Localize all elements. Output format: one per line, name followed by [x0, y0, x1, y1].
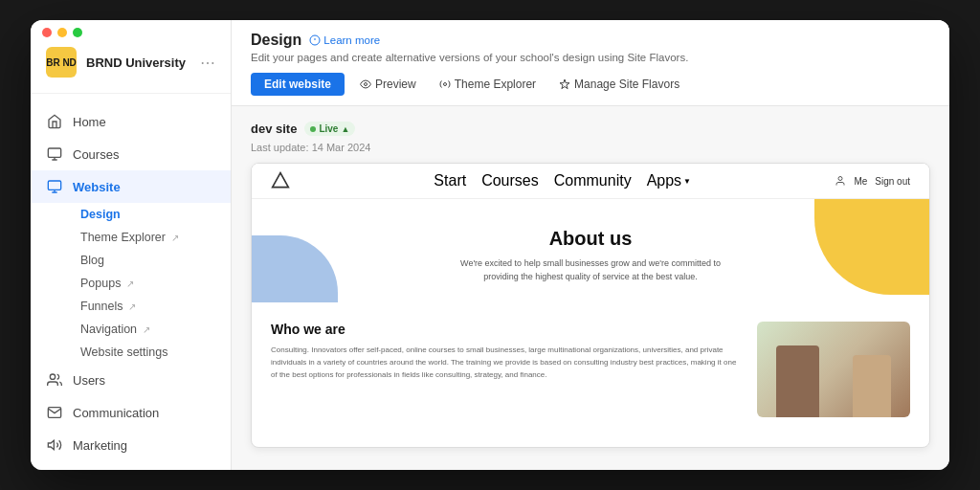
sub-nav-website-settings[interactable]: Website settings	[73, 341, 231, 364]
last-update-date: 14 Mar 2024	[312, 142, 371, 153]
main-content: Design Learn more Edit your pages and cr…	[232, 20, 949, 470]
svg-point-16	[443, 83, 446, 86]
sub-nav-design[interactable]: Design	[73, 203, 231, 226]
sub-nav-design-label: Design	[80, 208, 121, 221]
sidebar-nav: Home Courses Website Design	[31, 101, 231, 470]
reports-icon	[46, 469, 63, 470]
preview-area: dev site Live ▲ Last update: 14 Mar 2024	[232, 106, 949, 470]
sidebar-item-courses-label: Courses	[73, 147, 119, 162]
hero-desc: We're excited to help small businesses g…	[447, 257, 734, 283]
sidebar-item-users[interactable]: Users	[31, 364, 231, 396]
external-link-icon-4: ↗	[143, 324, 150, 335]
svg-marker-6	[48, 440, 54, 449]
svg-rect-3	[48, 181, 60, 189]
learn-more-text: Learn more	[323, 34, 380, 46]
sub-nav-popups-label: Popups	[80, 277, 121, 290]
mockup-nav-signout: Sign out	[875, 176, 910, 187]
hero-title: About us	[271, 228, 910, 250]
sidebar-item-website[interactable]: Website	[31, 170, 231, 203]
sidebar-header: BR ND BRND University ⋯	[31, 47, 231, 94]
live-arrow: ▲	[341, 124, 349, 134]
live-status: Live	[319, 123, 338, 134]
external-link-icon: ↗	[171, 233, 179, 243]
account-icon	[835, 175, 846, 187]
sub-nav-popups[interactable]: Popups ↗	[73, 272, 231, 295]
live-dot	[310, 126, 316, 132]
website-icon	[46, 178, 63, 195]
section-body: Consulting. Innovators offer self-paced,…	[271, 345, 742, 381]
mockup-hero: About us We're excited to help small bus…	[252, 199, 929, 302]
svg-point-15	[365, 83, 368, 86]
sub-nav-funnels[interactable]: Funnels ↗	[73, 295, 231, 318]
website-sub-nav: Design Theme Explorer ↗ Blog Popups ↗ Fu…	[31, 203, 231, 364]
svg-point-18	[838, 177, 842, 181]
logo-text: BR ND	[46, 57, 77, 68]
sub-nav-blog-label: Blog	[80, 254, 104, 267]
header-description: Edit your pages and create alternative v…	[251, 52, 930, 63]
sidebar-item-website-label: Website	[73, 180, 121, 194]
svg-rect-0	[48, 148, 60, 157]
preview-button[interactable]: Preview	[352, 73, 424, 96]
sub-nav-blog[interactable]: Blog	[73, 249, 231, 272]
learn-more-link[interactable]: Learn more	[309, 34, 380, 46]
sub-nav-website-settings-label: Website settings	[80, 345, 167, 359]
theme-explorer-label: Theme Explorer	[455, 78, 536, 91]
communication-icon	[46, 404, 63, 421]
close-button[interactable]	[42, 28, 52, 37]
external-link-icon-2: ↗	[126, 278, 134, 289]
mockup-section: Who we are Consulting. Innovators offer …	[252, 302, 929, 436]
sidebar-item-courses[interactable]: Courses	[31, 138, 231, 170]
last-update-label: Last update:	[251, 142, 309, 153]
person-silhouette-right	[853, 355, 891, 417]
main-header: Design Learn more Edit your pages and cr…	[232, 20, 949, 106]
sub-nav-funnels-label: Funnels	[80, 300, 122, 313]
traffic-lights	[42, 28, 82, 37]
mockup-logo-icon	[271, 171, 290, 190]
mockup-nav-right: Me Sign out	[835, 175, 910, 187]
section-text: Who we are Consulting. Innovators offer …	[271, 322, 742, 381]
sidebar: BR ND BRND University ⋯ Home Courses	[31, 20, 232, 470]
site-name: dev site	[251, 122, 297, 136]
edit-website-button[interactable]: Edit website	[251, 73, 345, 96]
svg-marker-17	[273, 173, 289, 188]
users-icon	[46, 371, 63, 389]
sub-nav-theme-explorer[interactable]: Theme Explorer ↗	[73, 226, 231, 249]
mockup-nav: Start Courses Community Apps ▼ Me Sign o…	[252, 164, 929, 199]
site-info-bar: dev site Live ▲	[251, 122, 930, 136]
last-update: Last update: 14 Mar 2024	[251, 142, 930, 153]
preview-label: Preview	[375, 78, 416, 91]
sidebar-item-marketing[interactable]: Marketing	[31, 429, 231, 461]
maximize-button[interactable]	[73, 28, 82, 37]
sub-nav-theme-explorer-label: Theme Explorer	[80, 231, 166, 244]
section-image	[757, 322, 910, 417]
home-icon	[46, 113, 63, 130]
sidebar-item-home-label: Home	[73, 115, 106, 129]
page-title: Design	[251, 32, 301, 49]
mockup-nav-me: Me	[854, 176, 867, 187]
header-title-row: Design Learn more	[251, 32, 930, 49]
more-options-icon[interactable]: ⋯	[200, 54, 215, 72]
live-badge: Live ▲	[304, 122, 355, 136]
sidebar-item-communication[interactable]: Communication	[31, 396, 231, 429]
brand-name: BRND University	[86, 56, 186, 70]
screen: BR ND BRND University ⋯ Home Courses	[31, 20, 949, 470]
header-actions: Edit website Preview Theme Explorer Mana…	[251, 73, 930, 96]
minimize-button[interactable]	[57, 28, 67, 37]
mockup-nav-apps: Apps ▼	[647, 172, 691, 189]
sub-nav-navigation[interactable]: Navigation ↗	[73, 318, 231, 341]
marketing-icon	[46, 436, 63, 454]
sidebar-item-communication-label: Communication	[73, 406, 159, 420]
svg-point-5	[50, 374, 55, 379]
sidebar-item-users-label: Users	[73, 373, 105, 388]
sub-nav-navigation-label: Navigation	[80, 323, 137, 336]
mockup-nav-community: Community	[554, 172, 632, 189]
sidebar-item-reports[interactable]: Reports	[31, 461, 231, 470]
courses-icon	[46, 145, 63, 163]
mockup-nav-start: Start	[434, 172, 466, 189]
mockup-nav-links: Start Courses Community Apps ▼	[434, 172, 691, 189]
external-link-icon-3: ↗	[128, 301, 136, 312]
logo-box: BR ND	[46, 47, 77, 78]
theme-explorer-button[interactable]: Theme Explorer	[432, 73, 544, 96]
sidebar-item-home[interactable]: Home	[31, 105, 231, 138]
manage-site-flavors-button[interactable]: Manage Site Flavors	[551, 73, 687, 96]
